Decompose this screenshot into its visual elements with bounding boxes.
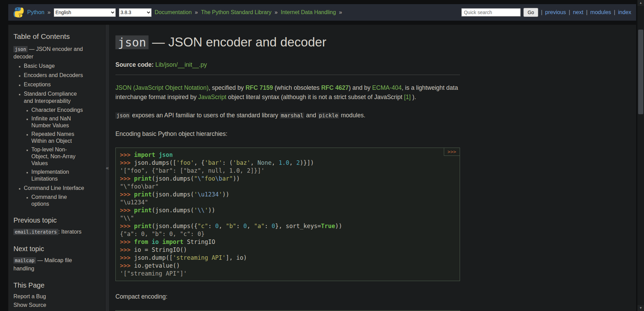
source-code-line: Source code: Lib/json/__init__.py bbox=[115, 61, 460, 68]
language-select[interactable]: English bbox=[54, 8, 116, 17]
code-sample: >>> import json>>> json.dumps(['foo', {'… bbox=[120, 151, 456, 278]
nav-link-index[interactable]: index bbox=[618, 9, 631, 15]
nav-link-next[interactable]: next bbox=[573, 9, 583, 15]
toc-item: json — JSON encoder and decoder Basic Us… bbox=[13, 45, 88, 207]
code-line: >>> json.dump(['streaming API'], io) bbox=[120, 254, 456, 262]
collapse-icon: « bbox=[106, 165, 109, 171]
breadcrumb-separator: » bbox=[275, 9, 278, 15]
inline-link[interactable]: JavaScript bbox=[198, 94, 226, 100]
code-line: '["streaming API"]' bbox=[120, 270, 456, 278]
inline-link[interactable]: [1] bbox=[404, 94, 411, 100]
code-line: {"a": 0, "b": 0, "c": 0} bbox=[120, 230, 456, 238]
toc-link-infinite-nan[interactable]: Infinite and NaN Number Values bbox=[31, 116, 71, 128]
show-source-link[interactable]: Show Source bbox=[13, 302, 46, 308]
previous-topic-heading: Previous topic bbox=[13, 216, 101, 224]
inline-code: json bbox=[13, 46, 28, 52]
top-nav: Python » English 3.8.3 Documentation » T… bbox=[8, 4, 636, 21]
browser-viewport: Python » English 3.8.3 Documentation » T… bbox=[0, 0, 644, 311]
code-line: >>> print(json.dumps({"c": 0, "b": 0, "a… bbox=[120, 222, 456, 230]
breadcrumb-documentation[interactable]: Documentation bbox=[155, 9, 192, 15]
toc-link-character-encodings[interactable]: Character Encodings bbox=[31, 107, 83, 113]
code-line: "\\" bbox=[120, 214, 456, 222]
toc-item: Implementation Limitations bbox=[31, 169, 83, 182]
inline-link[interactable]: RFC 4627 bbox=[321, 84, 349, 91]
link-divider: | bbox=[569, 9, 570, 15]
inline-code[interactable]: marshal bbox=[280, 112, 304, 119]
inline-code: email.iterators bbox=[13, 229, 58, 235]
previous-topic-link[interactable]: email.iterators: Iterators bbox=[13, 229, 82, 235]
code-line: >>> print(json.dumps('\u1234')) bbox=[120, 191, 456, 199]
python-home-link[interactable]: Python bbox=[27, 9, 44, 15]
code-line: >>> json.dumps(['foo', {'bar': ('baz', N… bbox=[120, 159, 456, 167]
breadcrumb-separator: » bbox=[48, 9, 51, 15]
code-line: "\"foo\bar" bbox=[120, 183, 456, 191]
next-topic-link[interactable]: mailcap — Mailcap file handling bbox=[13, 257, 72, 271]
toc-link-exceptions[interactable]: Exceptions bbox=[24, 82, 51, 87]
toc-title: Table of Contents bbox=[13, 32, 101, 41]
report-bug-link[interactable]: Report a Bug bbox=[13, 293, 46, 299]
toc-item: Encoders and Decoders bbox=[24, 72, 85, 79]
inline-code: json bbox=[115, 112, 130, 119]
go-button[interactable]: Go bbox=[523, 8, 538, 17]
source-code-link[interactable]: Lib/json/__init__.py bbox=[155, 61, 207, 68]
toc-link-json-module[interactable]: json — JSON encoder and decoder bbox=[13, 46, 83, 60]
toc-link-command-line-options[interactable]: Command line options bbox=[31, 194, 67, 207]
toc-link-encoders-decoders[interactable]: Encoders and Decoders bbox=[24, 72, 83, 78]
divider bbox=[115, 75, 460, 75]
toc-link-implementation-limitations[interactable]: Implementation Limitations bbox=[31, 169, 69, 182]
toc-item: Exceptions bbox=[24, 81, 85, 88]
inline-code: json bbox=[115, 35, 149, 49]
sidebar: Table of Contents json — JSON encoder an… bbox=[8, 25, 105, 311]
toc-link-standard-compliance[interactable]: Standard Compliance and Interoperability bbox=[24, 91, 77, 104]
code-line: '["foo", {"bar": ["baz", null, 1.0, 2]}]… bbox=[120, 167, 456, 175]
nav-link-modules[interactable]: modules bbox=[590, 9, 611, 15]
text-run: exposes an API familiar to users of the … bbox=[130, 112, 280, 119]
previous-topic: email.iterators: Iterators bbox=[13, 228, 84, 236]
scroll-up-button[interactable]: ▲ bbox=[637, 0, 644, 6]
nav-quick-links: Go | previous | next | modules | index bbox=[461, 8, 631, 17]
page-title: json — JSON encoder and decoder bbox=[115, 35, 460, 50]
version-select[interactable]: 3.8.3 bbox=[119, 8, 152, 17]
code-line: >>> io = StringIO() bbox=[120, 246, 456, 254]
api-paragraph: json exposes an API familiar to users of… bbox=[115, 111, 460, 120]
nav-link-previous[interactable]: previous bbox=[545, 9, 566, 15]
code-line: >>> print(json.dumps("\"foo\bar")) bbox=[120, 175, 456, 183]
text-run: , specified by bbox=[208, 84, 245, 91]
toc-link-repeated-names[interactable]: Repeated Names Within an Object bbox=[31, 131, 74, 144]
toc-item: Repeated Names Within an Object bbox=[31, 131, 83, 144]
breadcrumb-separator: » bbox=[195, 9, 198, 15]
next-topic-heading: Next topic bbox=[13, 245, 101, 253]
toc-link-basic-usage[interactable]: Basic Usage bbox=[24, 63, 55, 69]
table-of-contents: json — JSON encoder and decoder Basic Us… bbox=[13, 45, 101, 207]
link-divider: | bbox=[614, 9, 615, 15]
main-content: json — JSON encoder and decoder Source c… bbox=[110, 25, 636, 311]
python-logo-icon[interactable] bbox=[13, 7, 24, 18]
search-input[interactable] bbox=[461, 8, 521, 17]
toc-item: Basic Usage bbox=[24, 62, 85, 69]
code-line: >>> print(json.dumps('\\')) bbox=[120, 206, 456, 214]
text-run: ). bbox=[411, 94, 416, 100]
breadcrumb-standard-library[interactable]: The Python Standard Library bbox=[201, 9, 272, 15]
code-line: "\u1234" bbox=[120, 199, 456, 206]
list-item: Report a Bug bbox=[13, 293, 101, 300]
inline-link[interactable]: JSON (JavaScript Object Notation) bbox=[115, 84, 208, 91]
inline-code[interactable]: pickle bbox=[318, 112, 339, 119]
code-block: >>> >>> import json>>> json.dumps(['foo'… bbox=[115, 148, 460, 281]
toc-link-top-level[interactable]: Top-level Non-Object, Non-Array Values bbox=[31, 147, 75, 166]
scroll-down-button[interactable]: ▼ bbox=[637, 305, 644, 311]
document-area: Table of Contents json — JSON encoder an… bbox=[8, 25, 636, 311]
toc-item: Infinite and NaN Number Values bbox=[31, 115, 83, 129]
toc-link-command-line-interface[interactable]: Command Line Interface bbox=[24, 185, 84, 191]
prompt-toggle-button[interactable]: >>> bbox=[444, 148, 460, 156]
inline-link[interactable]: RFC 7159 bbox=[245, 84, 273, 91]
vertical-scrollbar[interactable]: ▲ ▼ bbox=[637, 0, 644, 311]
scrollbar-thumb[interactable] bbox=[638, 30, 643, 114]
code-line: >>> from io import StringIO bbox=[120, 238, 456, 246]
breadcrumb-internet-data-handling[interactable]: Internet Data Handling bbox=[281, 9, 336, 15]
this-page-links: Report a Bug Show Source bbox=[13, 293, 101, 309]
inline-link[interactable]: ECMA-404 bbox=[372, 84, 402, 91]
link-divider: | bbox=[541, 9, 542, 15]
page-title-text: — JSON encoder and decoder bbox=[149, 35, 326, 49]
sidebar-collapse-handle[interactable]: « bbox=[105, 25, 110, 311]
next-topic: mailcap — Mailcap file handling bbox=[13, 256, 84, 272]
